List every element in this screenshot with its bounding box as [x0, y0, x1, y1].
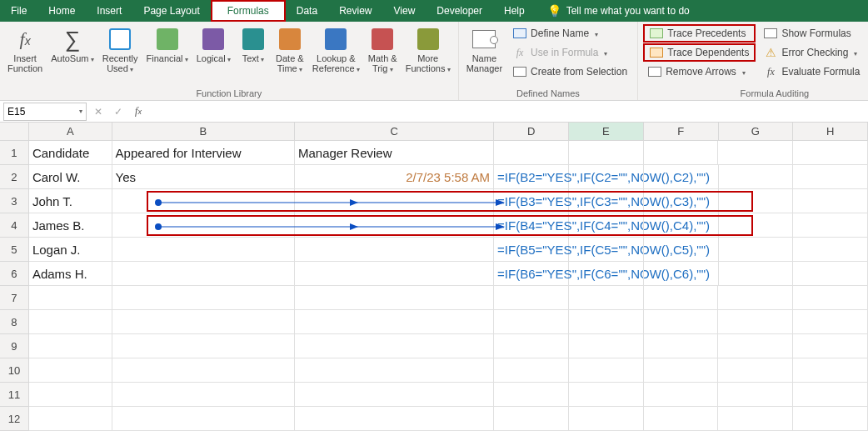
cell[interactable]	[569, 310, 644, 334]
cell[interactable]	[569, 358, 644, 383]
cell[interactable]	[793, 189, 868, 213]
text-button[interactable]: Text	[235, 23, 272, 65]
cell[interactable]	[494, 358, 569, 383]
cell[interactable]	[718, 383, 793, 407]
cell[interactable]	[295, 334, 494, 358]
tell-me-search[interactable]: 💡 Tell me what you want to do	[547, 4, 690, 18]
cell[interactable]	[494, 286, 569, 310]
cell[interactable]	[718, 141, 793, 165]
name-box[interactable]: E15 ▾	[3, 103, 87, 121]
trace-precedents-button[interactable]: Trace Precedents	[643, 24, 756, 43]
cell[interactable]	[29, 334, 112, 358]
col-header-A[interactable]: A	[29, 123, 112, 141]
cell[interactable]	[112, 213, 295, 238]
trace-dependents-button[interactable]: Trace Dependents	[643, 43, 756, 62]
cell[interactable]	[295, 310, 494, 334]
cell[interactable]: Manager Review	[295, 141, 494, 165]
tab-home[interactable]: Home	[37, 0, 86, 22]
cell[interactable]	[295, 286, 494, 310]
math-trig-button[interactable]: Math & Trig	[364, 23, 402, 75]
col-header-H[interactable]: H	[793, 123, 868, 141]
cell[interactable]	[494, 407, 569, 431]
col-header-C[interactable]: C	[295, 123, 494, 141]
col-header-E[interactable]: E	[569, 123, 644, 141]
cell[interactable]	[569, 189, 644, 213]
tab-developer[interactable]: Developer	[426, 0, 493, 22]
select-all-corner[interactable]	[0, 123, 29, 141]
cell[interactable]	[793, 407, 868, 431]
tab-help[interactable]: Help	[493, 0, 536, 22]
row-header[interactable]: 7	[0, 286, 29, 310]
cell[interactable]	[644, 334, 719, 358]
cell[interactable]	[718, 286, 793, 310]
cell[interactable]	[719, 262, 794, 286]
row-header[interactable]: 4	[0, 213, 29, 238]
cell[interactable]	[718, 310, 793, 334]
enter-formula-button[interactable]: ✓	[108, 103, 128, 121]
cell[interactable]	[644, 213, 719, 238]
cell[interactable]	[793, 310, 868, 334]
cell[interactable]	[793, 141, 868, 165]
cell[interactable]	[569, 238, 644, 262]
cell[interactable]	[112, 286, 295, 310]
row-header[interactable]: 6	[0, 262, 29, 286]
cell[interactable]: =IF(B6="YES",IF(C6="",NOW(),C6),"")	[494, 262, 569, 286]
cell[interactable]	[569, 286, 644, 310]
cell[interactable]: John T.	[29, 189, 112, 213]
tab-data[interactable]: Data	[286, 0, 328, 22]
cell[interactable]	[494, 310, 569, 334]
col-header-D[interactable]: D	[494, 123, 569, 141]
col-header-G[interactable]: G	[719, 123, 794, 141]
cell[interactable]	[29, 383, 112, 407]
tab-formulas[interactable]: Formulas	[211, 0, 286, 22]
fx-button[interactable]: fx	[128, 103, 148, 121]
cell[interactable]: Carol W.	[29, 165, 112, 189]
cell[interactable]	[494, 334, 569, 358]
cell[interactable]: Logan J.	[29, 238, 112, 262]
cell[interactable]	[644, 407, 719, 431]
row-header[interactable]: 10	[0, 358, 29, 383]
cell[interactable]	[569, 334, 644, 358]
cell[interactable]	[644, 262, 719, 286]
insert-function-button[interactable]: fx Insert Function	[3, 23, 47, 73]
name-manager-button[interactable]: Name Manager	[462, 23, 506, 73]
logical-button[interactable]: Logical	[192, 23, 235, 65]
cell[interactable]	[644, 310, 719, 334]
tab-page-layout[interactable]: Page Layout	[132, 0, 210, 22]
cell[interactable]: =IF(B5="YES",IF(C5="",NOW(),C5),"")	[494, 238, 569, 262]
cell[interactable]	[644, 165, 719, 189]
cell[interactable]	[793, 334, 868, 358]
cell[interactable]: =IF(B3="YES",IF(C3="",NOW(),C3),"")	[494, 189, 569, 213]
cell[interactable]	[569, 262, 644, 286]
cell[interactable]	[29, 286, 112, 310]
cell[interactable]	[112, 407, 295, 431]
cell[interactable]	[718, 358, 793, 383]
cell[interactable]	[793, 286, 868, 310]
row-header[interactable]: 8	[0, 310, 29, 334]
row-header[interactable]: 5	[0, 238, 29, 262]
define-name-button[interactable]: Define Name	[508, 24, 632, 43]
row-header[interactable]: 1	[0, 141, 29, 165]
cell[interactable]	[112, 334, 295, 358]
cell[interactable]	[112, 238, 295, 262]
row-header[interactable]: 12	[0, 407, 29, 431]
col-header-F[interactable]: F	[644, 123, 719, 141]
cell[interactable]	[295, 407, 494, 431]
cell[interactable]	[494, 383, 569, 407]
cell[interactable]: =IF(B2="YES",IF(C2="",NOW(),C2),"")	[494, 165, 569, 189]
cell[interactable]	[793, 262, 868, 286]
cell[interactable]	[112, 358, 295, 383]
cell[interactable]	[793, 238, 868, 262]
cell[interactable]	[644, 189, 719, 213]
cell[interactable]	[295, 358, 494, 383]
col-header-B[interactable]: B	[112, 123, 295, 141]
row-header[interactable]: 9	[0, 334, 29, 358]
cell[interactable]	[718, 334, 793, 358]
tab-file[interactable]: File	[0, 0, 37, 22]
autosum-button[interactable]: ∑ AutoSum	[47, 23, 97, 65]
cell[interactable]	[644, 238, 719, 262]
cell[interactable]	[569, 165, 644, 189]
cell[interactable]	[295, 213, 494, 238]
cell[interactable]: Adams H.	[29, 262, 112, 286]
remove-arrows-button[interactable]: Remove Arrows	[643, 63, 756, 81]
